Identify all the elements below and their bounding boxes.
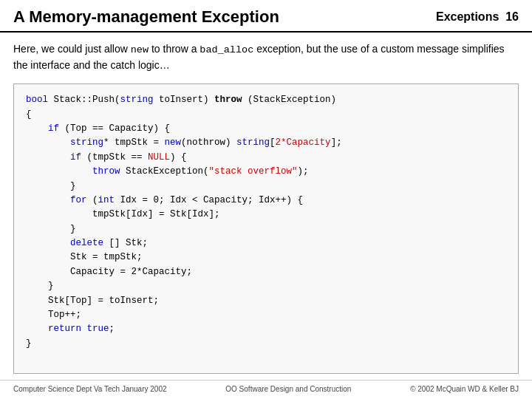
code-line-2: { — [26, 108, 506, 122]
code-line-1: bool Stack::Push(string toInsert) throw … — [26, 93, 506, 107]
slide-page: A Memory-management Exception Exceptions… — [0, 0, 532, 399]
code-line-18: } — [26, 337, 506, 351]
code-line-3: if (Top == Capacity) { — [26, 122, 506, 136]
code-block: bool Stack::Push(string toInsert) throw … — [13, 83, 519, 374]
code-line-12: Stk = tmpStk; — [26, 250, 506, 265]
footer-left: Computer Science Dept Va Tech January 20… — [13, 385, 167, 393]
description-text: Here, we could just allow new to throw a… — [13, 41, 519, 73]
code-bad-alloc: bad_alloc — [200, 44, 253, 55]
code-line-4: string* tmpStk = new(nothrow) string[2*C… — [26, 136, 506, 150]
slide-header: A Memory-management Exception Exceptions… — [0, 0, 532, 33]
code-line-13: Capacity = 2*Capacity; — [26, 265, 506, 279]
code-line-6: throw StackException("stack overflow"); — [26, 165, 506, 179]
code-line-5: if (tmpStk == NULL) { — [26, 151, 506, 165]
code-line-15: Stk[Top] = toInsert; — [26, 294, 506, 308]
code-line-9: tmpStk[Idx] = Stk[Idx]; — [26, 208, 506, 222]
footer-center: OO Software Design and Construction — [225, 385, 351, 393]
code-line-14: } — [26, 279, 506, 293]
slide-content: Here, we could just allow new to throw a… — [0, 33, 532, 380]
slide-title: A Memory-management Exception — [13, 7, 279, 27]
slide-footer: Computer Science Dept Va Tech January 20… — [0, 380, 532, 399]
code-line-16: Top++; — [26, 308, 506, 322]
code-line-10: } — [26, 222, 506, 236]
code-line-17: return true; — [26, 322, 506, 336]
slide-badge: Exceptions 16 — [436, 10, 519, 24]
footer-right: © 2002 McQuain WD & Keller BJ — [410, 385, 519, 393]
code-line-8: for (int Idx = 0; Idx < Capacity; Idx++)… — [26, 194, 506, 208]
code-new: new — [131, 44, 149, 55]
code-line-11: delete [] Stk; — [26, 236, 506, 250]
code-line-7: } — [26, 180, 506, 194]
